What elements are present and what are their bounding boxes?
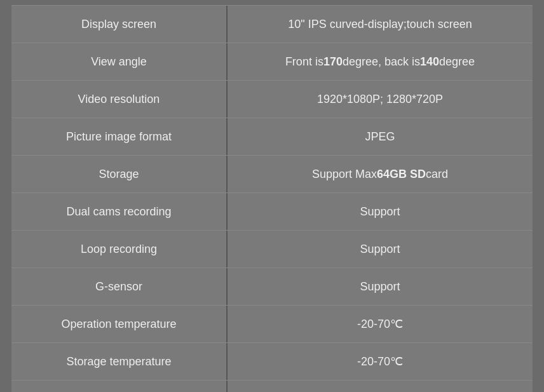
label-loop-recording: Loop recording bbox=[11, 231, 228, 267]
value-operation-temperature: -20-70℃ bbox=[228, 306, 533, 342]
table-row: G-sensorSupport bbox=[11, 268, 533, 306]
label-picture-image-format: Picture image format bbox=[11, 118, 228, 155]
table-row: Display screen10" IPS curved-display;tou… bbox=[11, 5, 533, 43]
table-row: Storage temperature-20-70℃ bbox=[11, 343, 533, 381]
table-row: Video resolution1920*1080P; 1280*720P bbox=[11, 81, 533, 118]
value-picture-image-format: JPEG bbox=[228, 118, 533, 155]
label-storage: Storage bbox=[11, 156, 228, 193]
value-loop-recording: Support bbox=[228, 231, 533, 267]
table-row: Dual cams recordingSupport bbox=[11, 193, 533, 231]
table-row: Picture image formatJPEG bbox=[11, 118, 533, 156]
label-operation-temperature: Operation temperature bbox=[11, 306, 228, 342]
value-view-angle: Front is 170 degree, back is 140 degree bbox=[228, 43, 533, 80]
label-g-sensor: G-sensor bbox=[11, 268, 228, 305]
table-row: StorageSupport Max 64GB SD card bbox=[11, 156, 533, 193]
value-video-resolution: 1920*1080P; 1280*720P bbox=[228, 81, 533, 118]
label-dual-cams-recording: Dual cams recording bbox=[11, 193, 228, 230]
value-dual-cams-recording: Support bbox=[228, 193, 533, 230]
label-video-resolution: Video resolution bbox=[11, 81, 228, 118]
value-g-sensor: Support bbox=[228, 268, 533, 305]
value-storage-temperature: -20-70℃ bbox=[228, 343, 533, 380]
label-display-screen: Display screen bbox=[11, 6, 228, 43]
value-battery: lithium battery 800mAh bbox=[228, 381, 533, 392]
specs-table: Display screen10" IPS curved-display;tou… bbox=[11, 5, 533, 392]
table-row: Batterylithium battery 800mAh bbox=[11, 381, 533, 392]
value-display-screen: 10" IPS curved-display;touch screen bbox=[228, 6, 533, 43]
table-row: Loop recordingSupport bbox=[11, 231, 533, 268]
value-storage: Support Max 64GB SD card bbox=[228, 156, 533, 193]
label-view-angle: View angle bbox=[11, 43, 228, 80]
label-battery: Battery bbox=[11, 381, 228, 392]
table-row: View angleFront is 170 degree, back is 1… bbox=[11, 43, 533, 81]
table-row: Operation temperature-20-70℃ bbox=[11, 306, 533, 343]
label-storage-temperature: Storage temperature bbox=[11, 343, 228, 380]
